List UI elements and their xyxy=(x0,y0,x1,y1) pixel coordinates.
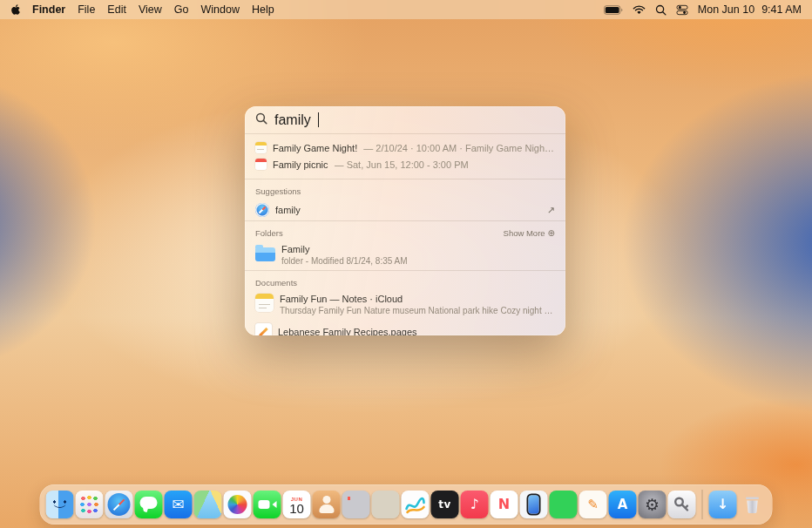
facetime-dock-icon[interactable] xyxy=(254,491,281,518)
app-store-dock-icon[interactable]: A xyxy=(609,491,637,518)
suggestions-section: Suggestions family ↗ xyxy=(245,179,565,220)
result-family-picnic[interactable]: Family picnic — Sat, Jun 15, 12:00 - 3:0… xyxy=(245,156,565,173)
envelope-glyph: ✉ xyxy=(172,498,184,512)
notes-document-icon xyxy=(255,294,274,312)
downloads-dock-icon[interactable]: ↓ xyxy=(709,491,737,518)
pencil-glyph: ✎ xyxy=(587,498,599,511)
safari-icon xyxy=(255,203,269,217)
folders-section: Folders Show More ⊕ Family folder - Modi… xyxy=(245,221,565,270)
note-icon xyxy=(255,142,267,153)
document-subtitle: Thursday Family Fun Nature museum Nation… xyxy=(280,306,555,315)
apple-menu-icon[interactable] xyxy=(10,3,21,16)
news-dock-icon[interactable]: N xyxy=(491,491,518,518)
spotlight-menu-icon[interactable] xyxy=(655,4,667,16)
download-arrow-glyph: ↓ xyxy=(717,498,728,511)
search-query-text: family xyxy=(274,112,311,128)
menu-edit[interactable]: Edit xyxy=(107,3,126,16)
result-meta: — 2/10/24 · 10:00 AM · Family Game Night… xyxy=(363,143,555,153)
text-caret xyxy=(318,112,320,127)
menu-window[interactable]: Window xyxy=(200,3,239,16)
folder-icon xyxy=(255,247,275,261)
document-title: Lebanese Family Recipes.pages xyxy=(278,327,417,335)
menu-go[interactable]: Go xyxy=(174,3,189,16)
documents-header: Documents xyxy=(245,271,565,291)
show-more-plus-icon: ⊕ xyxy=(548,228,555,238)
stocks-dock-icon[interactable] xyxy=(550,491,578,518)
documents-section: Documents Family Fun — Notes · iCloud Th… xyxy=(245,271,565,335)
spotlight-panel: family Family Game Night! — 2/10/24 · 10… xyxy=(245,106,565,335)
music-note-glyph: ♪ xyxy=(470,498,478,511)
document-family-fun[interactable]: Family Fun — Notes · iCloud Thursday Fam… xyxy=(245,291,565,320)
menu-bar-clock[interactable]: Mon Jun 10 9:41 AM xyxy=(698,3,802,16)
finder-dock-icon[interactable] xyxy=(46,491,74,518)
document-lebanese-recipes[interactable]: Lebanese Family Recipes.pages xyxy=(245,320,565,335)
messages-dock-icon[interactable] xyxy=(135,491,163,518)
photos-dock-icon[interactable] xyxy=(224,491,252,518)
control-center-icon[interactable] xyxy=(676,4,688,16)
menu-view[interactable]: View xyxy=(139,3,162,16)
mail-dock-icon[interactable]: ✉ xyxy=(165,491,193,518)
launchpad-dock-icon[interactable] xyxy=(76,491,104,518)
top-results: Family Game Night! — 2/10/24 · 10:00 AM … xyxy=(245,134,565,179)
freeform-dock-icon[interactable] xyxy=(402,491,430,518)
suggestions-header: Suggestions xyxy=(245,179,565,200)
pages-document-icon xyxy=(255,323,272,335)
result-meta: — Sat, Jun 15, 12:00 - 3:00 PM xyxy=(335,159,469,170)
calendar-icon xyxy=(255,159,267,170)
menu-help[interactable]: Help xyxy=(252,3,274,16)
spotlight-search-field[interactable]: family xyxy=(245,106,565,133)
safari-dock-icon[interactable] xyxy=(105,491,133,518)
calendar-day-label: 10 xyxy=(289,502,304,516)
music-dock-icon[interactable]: ♪ xyxy=(461,491,489,518)
app-store-a-glyph: A xyxy=(618,498,628,511)
menu-file[interactable]: File xyxy=(78,3,95,16)
tv-dock-icon[interactable]: tv xyxy=(431,491,459,518)
pages-dock-icon[interactable]: ✎ xyxy=(579,491,607,518)
wifi-icon[interactable] xyxy=(633,5,646,15)
notes-dock-icon[interactable] xyxy=(372,491,400,518)
calendar-dock-icon[interactable]: JUN 10 xyxy=(283,491,311,518)
folder-title: Family xyxy=(281,244,408,254)
suggestion-family[interactable]: family ↗ xyxy=(245,200,565,220)
gear-icon: ⚙ xyxy=(645,497,660,513)
folder-result-family[interactable]: Family folder - Modified 8/1/24, 8:35 AM xyxy=(245,241,565,270)
tv-glyph: tv xyxy=(438,499,451,510)
result-title: Family Game Night! xyxy=(273,143,357,153)
dock: ✉ JUN 10 tv ♪ N ✎ A ⚙ ↓ xyxy=(40,484,773,525)
contacts-dock-icon[interactable] xyxy=(313,491,341,518)
menu-bar-left: Finder File Edit View Go Window Help xyxy=(10,3,274,16)
battery-icon[interactable] xyxy=(604,5,623,15)
open-arrow-icon[interactable]: ↗ xyxy=(547,205,555,216)
menu-bar-date: Mon Jun 10 xyxy=(698,3,754,16)
dock-divider xyxy=(702,490,703,519)
suggestion-title: family xyxy=(275,205,301,215)
document-title: Family Fun — Notes · iCloud xyxy=(280,294,555,304)
folder-subtitle: folder - Modified 8/1/24, 8:35 AM xyxy=(281,256,408,266)
iphone-mirroring-dock-icon[interactable] xyxy=(520,491,548,518)
folders-header: Folders Show More ⊕ xyxy=(245,221,565,241)
search-icon xyxy=(255,112,267,128)
trash-dock-icon[interactable] xyxy=(739,491,767,518)
reminders-dock-icon[interactable] xyxy=(342,491,370,518)
menu-finder[interactable]: Finder xyxy=(32,3,65,16)
news-n-glyph: N xyxy=(498,498,510,511)
menu-bar-status: Mon Jun 10 9:41 AM xyxy=(604,3,802,16)
maps-dock-icon[interactable] xyxy=(194,491,222,518)
menu-bar-time: 9:41 AM xyxy=(761,3,802,16)
result-title: Family picnic xyxy=(273,159,328,170)
menu-bar: Finder File Edit View Go Window Help Mon… xyxy=(0,0,812,19)
result-family-game-night[interactable]: Family Game Night! — 2/10/24 · 10:00 AM … xyxy=(245,139,565,156)
show-more-button[interactable]: Show More ⊕ xyxy=(504,228,555,238)
desktop-wallpaper: Finder File Edit View Go Window Help Mon… xyxy=(0,0,812,528)
system-settings-dock-icon[interactable]: ⚙ xyxy=(639,491,667,518)
passwords-dock-icon[interactable] xyxy=(668,491,696,518)
